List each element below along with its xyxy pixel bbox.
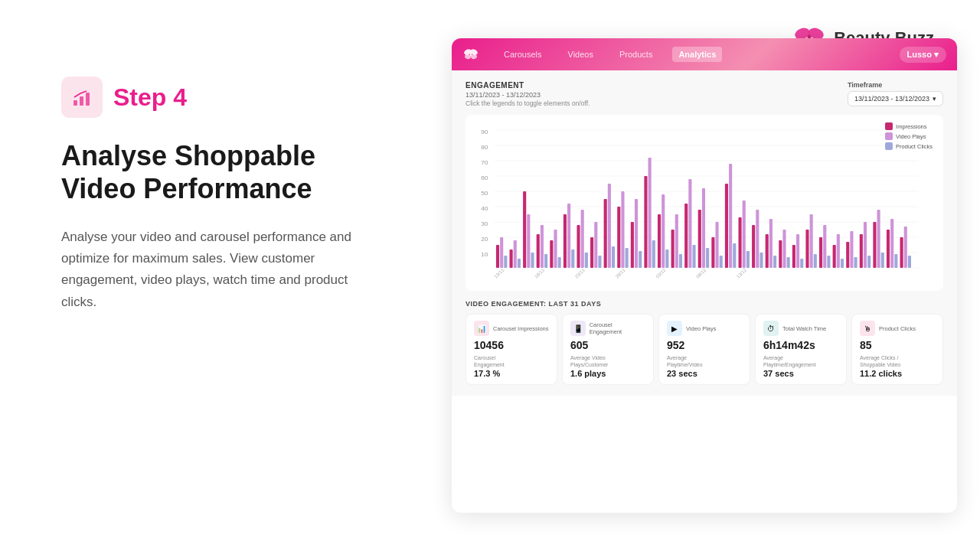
svg-text:18/11: 18/11 [533, 267, 545, 279]
chevron-icon: ▾ [933, 95, 936, 103]
svg-rect-121 [894, 254, 897, 268]
svg-rect-87 [743, 201, 746, 268]
step-icon-box [61, 77, 103, 118]
svg-rect-88 [746, 251, 750, 268]
svg-rect-7 [86, 93, 90, 106]
svg-rect-6 [80, 96, 83, 106]
svg-rect-122 [900, 237, 903, 268]
svg-rect-102 [810, 214, 813, 268]
svg-rect-82 [720, 256, 723, 268]
svg-text:70: 70 [481, 159, 488, 166]
svg-rect-113 [860, 234, 863, 268]
svg-rect-80 [711, 237, 714, 268]
metric-header-clicks: 🖱 Product Clicks [860, 321, 935, 336]
legend-product-clicks[interactable]: Product Clicks [885, 142, 933, 150]
svg-text:90: 90 [481, 129, 488, 135]
svg-text:30: 30 [481, 220, 488, 227]
svg-rect-105 [823, 225, 826, 268]
svg-rect-49 [571, 249, 574, 268]
svg-rect-109 [841, 259, 844, 268]
metric-subvalue-plays: 23 secs [667, 369, 742, 378]
metric-header-impressions: 📊 Carousel Impressions [474, 321, 549, 336]
svg-rect-103 [814, 254, 817, 268]
engagement-hint: Click the legends to toggle elements on/… [466, 99, 590, 107]
svg-rect-85 [733, 243, 736, 268]
svg-rect-54 [594, 222, 597, 268]
step-label: Step 4 [113, 83, 187, 112]
svg-rect-34 [504, 256, 507, 268]
svg-rect-35 [510, 249, 513, 268]
metric-sublabel-clicks: Average Clicks /Shoppable Video [860, 354, 935, 368]
svg-rect-95 [779, 240, 782, 268]
metric-sublabel-impressions: CarouselEngagement [474, 354, 549, 368]
metric-icon-watchtime: ⏱ [763, 321, 779, 336]
svg-rect-117 [877, 210, 880, 268]
svg-text:40: 40 [481, 205, 488, 212]
metric-subvalue-impressions: 17.3 % [474, 369, 549, 378]
nav-analytics[interactable]: Analytics [672, 47, 722, 62]
nav-videos[interactable]: Videos [562, 47, 599, 62]
svg-rect-33 [500, 237, 503, 268]
svg-rect-42 [541, 225, 544, 268]
svg-rect-58 [612, 246, 615, 268]
svg-rect-106 [827, 256, 830, 268]
metric-icon-engagement: 📱 [570, 321, 586, 336]
metric-icon-plays: ▶ [667, 321, 682, 336]
svg-rect-67 [652, 240, 655, 268]
engagement-title: ENGAGEMENT [466, 81, 590, 90]
metric-sublabel-engagement: Average VideoPlays/Customer [570, 354, 645, 368]
svg-rect-114 [864, 222, 867, 268]
timeframe-picker[interactable]: 13/11/2023 - 13/12/2023 ▾ [848, 91, 943, 106]
svg-rect-120 [890, 219, 893, 268]
svg-rect-68 [658, 214, 661, 268]
svg-rect-41 [537, 234, 540, 268]
legend-video-plays[interactable]: Video Plays [885, 132, 933, 140]
svg-rect-123 [904, 227, 907, 268]
svg-rect-124 [908, 256, 911, 268]
legend-impressions[interactable]: Impressions [885, 122, 933, 130]
metric-value-clicks: 85 [860, 340, 935, 351]
svg-rect-119 [887, 230, 890, 268]
svg-rect-46 [558, 257, 561, 268]
svg-rect-36 [514, 240, 517, 268]
svg-rect-50 [577, 225, 580, 268]
metric-card-watchtime: ⏱ Total Watch Time 6h14m42s AveragePlayt… [755, 314, 847, 385]
chart-container: 90 80 70 60 50 40 30 20 10 [466, 115, 943, 291]
svg-text:23/11: 23/11 [573, 267, 586, 279]
svg-rect-48 [567, 204, 570, 268]
svg-text:13/11: 13/11 [493, 267, 505, 279]
timeframe-label: Timeframe [848, 81, 943, 89]
svg-text:80: 80 [481, 144, 488, 151]
nav-products[interactable]: Products [613, 47, 658, 62]
svg-rect-99 [796, 234, 799, 268]
step-badge: Step 4 [61, 77, 383, 118]
metric-icon-impressions: 📊 [474, 321, 489, 336]
svg-rect-108 [837, 234, 840, 268]
legend-dot-clicks [885, 142, 893, 150]
metric-value-engagement: 605 [570, 340, 645, 351]
svg-rect-90 [756, 210, 759, 268]
svg-text:28/11: 28/11 [614, 267, 626, 279]
metric-card-impressions: 📊 Carousel Impressions 10456 CarouselEng… [466, 314, 557, 385]
svg-rect-66 [648, 158, 652, 268]
svg-rect-64 [639, 251, 642, 268]
svg-rect-70 [665, 249, 668, 268]
metric-title-impressions: Carousel Impressions [493, 325, 549, 332]
main-heading: Analyse Shoppable Video Performance [61, 139, 383, 205]
svg-rect-51 [581, 210, 584, 268]
nav-butterfly-icon [462, 46, 479, 63]
dashboard-nav: Carousels Videos Products Analytics Luss… [452, 38, 957, 70]
svg-rect-112 [854, 257, 858, 268]
svg-rect-71 [671, 230, 675, 268]
svg-rect-104 [819, 237, 822, 268]
svg-rect-79 [706, 248, 709, 268]
svg-rect-32 [496, 245, 499, 268]
metric-title-watchtime: Total Watch Time [782, 325, 826, 332]
nav-carousels[interactable]: Carousels [498, 47, 548, 62]
svg-rect-37 [518, 259, 521, 268]
engagement-date: 13/11/2023 - 13/12/2023 [466, 91, 590, 99]
svg-rect-53 [590, 237, 593, 268]
nav-user[interactable]: Lusso ▾ [900, 47, 946, 63]
chart-icon [71, 86, 93, 108]
metric-subvalue-clicks: 11.2 clicks [860, 369, 935, 378]
